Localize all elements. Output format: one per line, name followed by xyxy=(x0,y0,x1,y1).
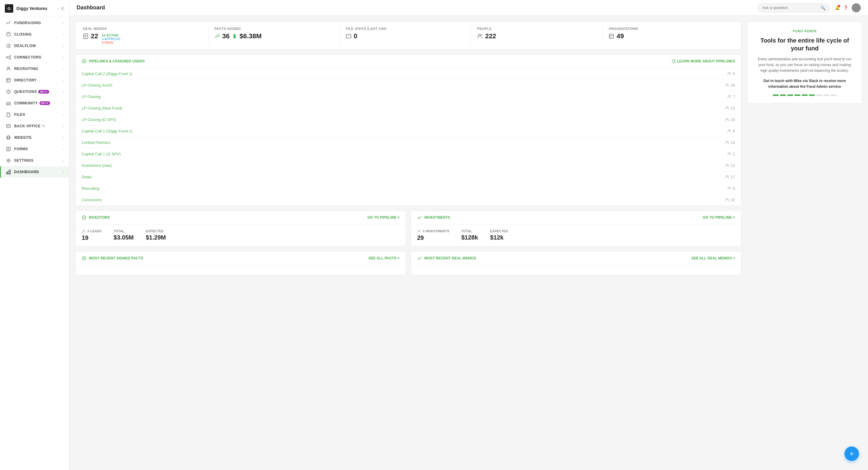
most-recent-memos-card: MOST RECENT DEAL MEMOS SEE ALL DEAL MEMO… xyxy=(411,251,741,275)
sidebar-nav: FUNDRAISING › CLOSING › DEALFLOW › CONNE… xyxy=(0,17,69,470)
stat-file-visits: FILE VISITS (last 24h) 0 xyxy=(340,27,471,44)
search-bar[interactable]: 🔍 xyxy=(757,3,830,12)
pipeline-row[interactable]: Capital Call 1 (Giggy Fund 1) 5 xyxy=(76,125,741,137)
pipeline-row[interactable]: LP Closing (New Fund) 13 xyxy=(76,102,741,114)
logo-box: G xyxy=(5,4,13,13)
questions-icon: ? xyxy=(6,89,11,94)
pipeline-row[interactable]: LP Closing 7 xyxy=(76,91,741,102)
sidebar-item-website[interactable]: WEBSITE › xyxy=(0,132,69,143)
pipeline-row[interactable]: LP Closing (G SPV) 15 xyxy=(76,114,741,125)
investors-title: INVESTORS xyxy=(82,215,110,220)
fab-button[interactable]: + xyxy=(844,446,859,461)
pipeline-users: 5 xyxy=(727,129,735,133)
notifications-button[interactable]: 🔔 xyxy=(835,5,840,10)
sidebar-item-files[interactable]: FILES › xyxy=(0,109,69,120)
back-office-icon xyxy=(6,123,11,129)
forms-label: FORMS xyxy=(14,147,28,151)
fund-admin-dot[interactable] xyxy=(802,94,808,96)
help-button[interactable]: ❓ xyxy=(843,5,848,10)
pipeline-row[interactable]: Capital Call 1 (G SPV) 1 xyxy=(76,149,741,160)
pipeline-users: 12 xyxy=(725,163,735,168)
svg-rect-28 xyxy=(9,170,10,174)
most-recent-pacts-title: MOST RECENT SIGNED PACTS xyxy=(82,256,143,261)
bottom-row: INVESTORS GO TO PIPELINE > # LEADS 19 xyxy=(75,211,741,247)
sidebar-item-questions[interactable]: ? QUESTIONS BETA › xyxy=(0,86,69,97)
investors-pipeline-link[interactable]: GO TO PIPELINE > xyxy=(367,215,400,220)
pipeline-row[interactable]: Capital Call 2 (Giggy Fund 1) 5 xyxy=(76,68,741,80)
see-all-memos-link[interactable]: SEE ALL DEAL MEMOS > xyxy=(691,256,735,260)
svg-point-49 xyxy=(728,95,729,97)
pipelines-learn-more[interactable]: ? LEARN MORE ABOUT PIPELINES xyxy=(672,59,735,63)
page-title: Dashboard xyxy=(76,4,753,11)
sidebar-item-directory[interactable]: DIRECTORY › xyxy=(0,74,69,86)
avatar[interactable] xyxy=(852,3,861,12)
sidebar-item-back-office[interactable]: BACK OFFICE ↻ › xyxy=(0,120,69,132)
investments-card-header: INVESTMENTS GO TO PIPELINE > xyxy=(411,211,741,224)
sidebar-item-dashboard[interactable]: DASHBOARD › xyxy=(0,166,69,178)
menu-icon[interactable]: ☰ xyxy=(61,6,64,11)
investments-pipeline-link[interactable]: GO TO PIPELINE > xyxy=(703,215,735,220)
collapse-icon[interactable]: ‹ xyxy=(58,6,59,11)
recruiting-label: RECRUITING xyxy=(14,67,38,71)
svg-rect-26 xyxy=(6,172,7,174)
sidebar-item-closing[interactable]: CLOSING › xyxy=(0,29,69,40)
pipeline-row[interactable]: Limited Partners 19 xyxy=(76,137,741,149)
svg-point-51 xyxy=(726,107,727,108)
fund-admin-dot[interactable] xyxy=(787,94,793,96)
svg-point-54 xyxy=(727,118,728,119)
sidebar-logo[interactable]: G Giggy Ventures ‹ ☰ xyxy=(0,0,69,17)
pipeline-users: 7 xyxy=(727,94,735,99)
sidebar-item-forms[interactable]: FORMS › xyxy=(0,143,69,155)
search-input[interactable] xyxy=(762,5,818,10)
investors-expected: EXPECTED $1.29M xyxy=(146,229,166,241)
svg-point-25 xyxy=(8,160,9,161)
sidebar-item-fundraising[interactable]: FUNDRAISING › xyxy=(0,17,69,29)
stat-pacts-currency-icon: 💲 xyxy=(232,34,237,39)
pipeline-row[interactable]: Recruiting 5 xyxy=(76,183,741,194)
svg-point-52 xyxy=(727,107,728,108)
company-name: Giggy Ventures xyxy=(16,6,48,11)
sidebar-item-settings[interactable]: SETTINGS › xyxy=(0,155,69,166)
see-all-pacts-link[interactable]: SEE ALL PACTS > xyxy=(369,256,400,260)
most-recent-pacts-card: MOST RECENT SIGNED PACTS SEE ALL PACTS > xyxy=(75,251,406,275)
fund-admin-dot[interactable] xyxy=(816,94,822,96)
pipeline-users: 13 xyxy=(725,106,735,111)
fund-admin-dots xyxy=(755,94,855,96)
closing-chevron: › xyxy=(63,33,64,36)
svg-point-61 xyxy=(726,164,727,165)
svg-rect-27 xyxy=(8,171,9,174)
svg-rect-8 xyxy=(7,79,10,82)
pipeline-row[interactable]: Investment (new) 12 xyxy=(76,160,741,171)
fund-admin-dot[interactable] xyxy=(824,94,829,96)
closing-label: CLOSING xyxy=(14,32,32,36)
sidebar-controls[interactable]: ‹ ☰ xyxy=(58,6,64,11)
svg-point-53 xyxy=(726,118,727,120)
fund-admin-card: FUND ADMIN Tools for the entire life cyc… xyxy=(747,22,862,103)
fundraising-label: FUNDRAISING xyxy=(14,21,41,25)
svg-point-47 xyxy=(726,84,727,85)
dealflow-label: DEALFLOW xyxy=(14,44,36,48)
settings-chevron: › xyxy=(63,159,64,162)
questions-chevron: › xyxy=(63,90,64,94)
stat-deal-memos: DEAL MEMOS 22 10 ACTIVE 4 APPROVE 5 PASS xyxy=(83,27,208,44)
back-office-refresh-icon: ↻ xyxy=(42,124,45,128)
sidebar-item-recruiting[interactable]: RECRUITING › xyxy=(0,63,69,74)
fund-admin-dot[interactable] xyxy=(831,94,837,96)
sidebar-item-community[interactable]: COMMUNITY BETA › xyxy=(0,97,69,109)
svg-point-73 xyxy=(420,230,421,231)
investments-total-label: TOTAL xyxy=(461,229,478,233)
sidebar: G Giggy Ventures ‹ ☰ FUNDRAISING › CLOSI… xyxy=(0,0,69,470)
pipeline-row[interactable]: LP Closing Jun23 33 xyxy=(76,80,741,91)
pipeline-name: LP Closing (G SPV) xyxy=(82,117,116,122)
pipeline-users: 33 xyxy=(725,83,735,88)
svg-point-67 xyxy=(726,198,727,200)
sidebar-item-connectors[interactable]: CONNECTORS › xyxy=(0,52,69,63)
fund-admin-dot[interactable] xyxy=(773,94,779,96)
pipeline-row[interactable]: Connectors 32 xyxy=(76,194,741,206)
svg-point-59 xyxy=(728,153,729,154)
fund-admin-dot[interactable] xyxy=(780,94,786,96)
pipeline-row[interactable]: Deals 17 xyxy=(76,171,741,183)
fund-admin-dot[interactable] xyxy=(795,94,801,96)
sidebar-item-dealflow[interactable]: DEALFLOW › xyxy=(0,40,69,52)
fund-admin-dot[interactable] xyxy=(809,94,815,96)
